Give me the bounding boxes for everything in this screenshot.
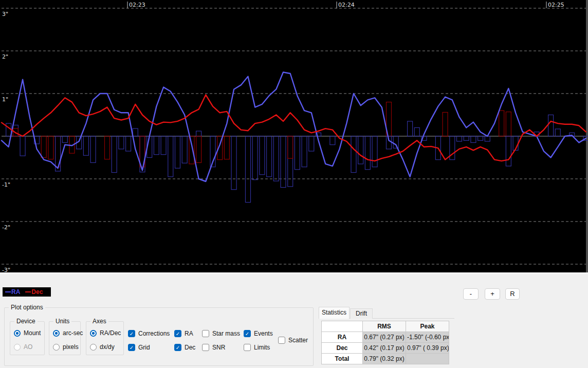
units-arcsec-radio[interactable]: arc-sec bbox=[53, 329, 83, 337]
ra-peak-value: -1.50" (-0.60 px) bbox=[406, 332, 449, 343]
zoom-out-button[interactable]: - bbox=[463, 288, 479, 300]
device-mount-radio[interactable]: Mount bbox=[14, 329, 41, 337]
checkbox-icon[interactable] bbox=[202, 330, 209, 337]
ra-row-label: RA bbox=[322, 332, 363, 343]
svg-text:3": 3" bbox=[2, 11, 8, 17]
radio-icon bbox=[14, 344, 21, 351]
ra-line-swatch bbox=[5, 291, 11, 292]
units-group: Units arc-sec pixels bbox=[49, 321, 81, 355]
radio-icon[interactable] bbox=[14, 330, 21, 337]
total-row-label: Total bbox=[322, 354, 363, 364]
svg-text:2": 2" bbox=[2, 53, 8, 60]
checkbox-icon[interactable] bbox=[128, 344, 135, 351]
checkbox-icon[interactable] bbox=[278, 337, 285, 344]
rms-header: RMS bbox=[363, 321, 406, 332]
legend-dec: Dec bbox=[25, 288, 43, 296]
axes-group-title: Axes bbox=[90, 318, 108, 325]
scatter-checkbox[interactable]: Scatter bbox=[278, 337, 308, 344]
guiding-graph-window: 3"2"1"-1"-2"-3"02:2302:2402:25 RA Dec - … bbox=[0, 0, 588, 368]
statistics-table: RMS Peak RA 0.67" (0.27 px) -1.50" (-0.6… bbox=[321, 321, 449, 364]
axes-radec-radio[interactable]: RA/Dec bbox=[90, 329, 121, 337]
dec-row-label: Dec bbox=[322, 343, 363, 354]
tab-statistics[interactable]: Statistics bbox=[319, 307, 350, 319]
radio-icon[interactable] bbox=[53, 344, 60, 351]
svg-text:02:25: 02:25 bbox=[548, 2, 564, 8]
checkbox-icon[interactable] bbox=[174, 330, 181, 337]
star-mass-checkbox[interactable]: Star mass bbox=[202, 330, 240, 337]
legend-ra-label: RA bbox=[11, 288, 20, 296]
svg-text:02:24: 02:24 bbox=[338, 2, 355, 8]
tab-drift[interactable]: Drift bbox=[350, 308, 373, 319]
table-header-row: RMS Peak bbox=[322, 321, 449, 332]
radio-icon[interactable] bbox=[90, 344, 97, 351]
ra-checkbox[interactable]: RA bbox=[174, 330, 193, 337]
legend-ra: RA bbox=[5, 288, 20, 296]
table-row: Total 0.79" (0.32 px) bbox=[322, 354, 449, 364]
dec-peak-value: 0.97" ( 0.39 px) bbox=[406, 343, 449, 354]
corrections-checkbox[interactable]: Corrections bbox=[128, 330, 170, 337]
dec-rms-value: 0.42" (0.17 px) bbox=[363, 343, 406, 354]
total-rms-value: 0.79" (0.32 px) bbox=[363, 354, 406, 364]
checkbox-icon[interactable] bbox=[244, 344, 251, 351]
axes-dxdy-radio[interactable]: dx/dy bbox=[90, 343, 115, 351]
checkbox-icon[interactable] bbox=[244, 330, 251, 337]
chart-legend: RA Dec bbox=[3, 287, 51, 297]
grid-checkbox[interactable]: Grid bbox=[128, 344, 150, 351]
snr-checkbox[interactable]: SNR bbox=[202, 344, 225, 351]
plot-options-title: Plot options bbox=[9, 304, 45, 311]
table-row: Dec 0.42" (0.17 px) 0.97" ( 0.39 px) bbox=[322, 343, 449, 354]
events-checkbox[interactable]: Events bbox=[244, 330, 273, 337]
axes-group: Axes RA/Dec dx/dy bbox=[86, 321, 124, 355]
svg-text:02:23: 02:23 bbox=[129, 2, 145, 8]
svg-text:-1": -1" bbox=[2, 181, 10, 188]
total-peak-value bbox=[406, 354, 449, 364]
svg-text:-2": -2" bbox=[2, 224, 10, 231]
device-ao-radio: AO bbox=[14, 343, 32, 351]
peak-header: Peak bbox=[406, 321, 449, 332]
corner-cell bbox=[322, 321, 363, 332]
device-group: Device Mount AO bbox=[10, 321, 45, 355]
device-group-title: Device bbox=[14, 318, 38, 325]
checkbox-icon[interactable] bbox=[202, 344, 209, 351]
limits-checkbox[interactable]: Limits bbox=[244, 344, 270, 351]
plot-divider bbox=[0, 273, 588, 274]
guide-graph-canvas: 3"2"1"-1"-2"-3"02:2302:2402:25 bbox=[0, 0, 588, 272]
table-row: RA 0.67" (0.27 px) -1.50" (-0.60 px) bbox=[322, 332, 449, 343]
checkbox-icon[interactable] bbox=[174, 344, 181, 351]
radio-icon[interactable] bbox=[53, 330, 60, 337]
reset-button[interactable]: R bbox=[505, 288, 520, 300]
radio-icon[interactable] bbox=[90, 330, 97, 337]
units-group-title: Units bbox=[53, 318, 71, 325]
dec-checkbox[interactable]: Dec bbox=[174, 344, 195, 351]
svg-text:-3": -3" bbox=[2, 267, 10, 272]
checkbox-icon[interactable] bbox=[128, 330, 135, 337]
dec-line-swatch bbox=[25, 291, 31, 292]
units-pixels-radio[interactable]: pixels bbox=[53, 343, 79, 351]
legend-dec-label: Dec bbox=[31, 288, 43, 296]
plot-options-group: Plot options Device Mount AO Units arc-s… bbox=[4, 307, 314, 366]
svg-text:1": 1" bbox=[2, 96, 8, 103]
ra-rms-value: 0.67" (0.27 px) bbox=[363, 332, 406, 343]
zoom-in-button[interactable]: + bbox=[485, 288, 500, 300]
